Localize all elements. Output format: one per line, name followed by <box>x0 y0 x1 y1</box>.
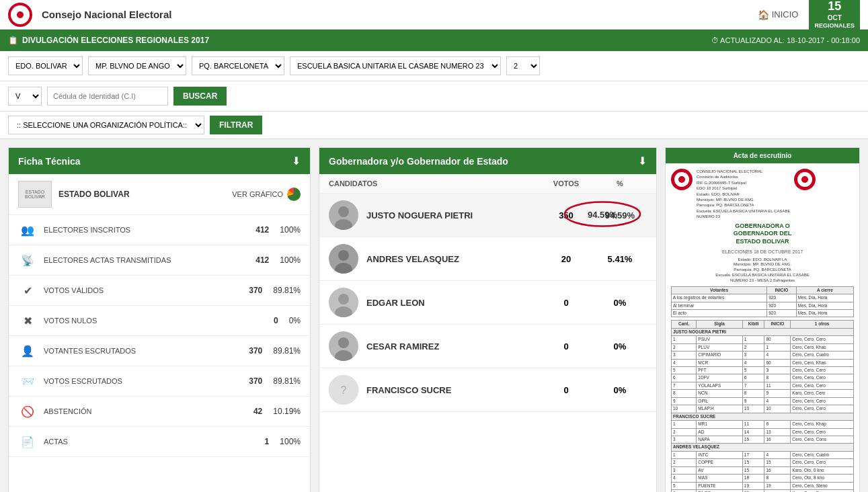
buscar-button[interactable]: BUSCAR <box>173 87 227 106</box>
votos-validos-icon: ✔ <box>18 281 37 300</box>
document-content: CONSEJO NACIONAL ELECTORAL Comisión de A… <box>666 163 859 492</box>
main-content: Ficha Técnica ⬇ ESTADOBOLIVAR ESTADO BOL… <box>0 139 868 492</box>
col-pct: % <box>593 179 647 188</box>
abstencion-label: ABSTENCIÓN <box>44 407 253 415</box>
actas-transmitidas-icon: 📡 <box>18 251 37 270</box>
candidate-row-cesar: CESAR RAMIREZ 0 0% <box>319 325 656 368</box>
inicio-label: INICIO <box>772 9 799 19</box>
gobernador-header: Gobernadora y/o Gobernador de Estado ⬇ <box>319 148 656 174</box>
estado-name: ESTADO BOLIVAR <box>58 190 130 199</box>
app-title: Consejo Nacional Electoral <box>42 9 171 20</box>
badge-day: 15 <box>814 0 855 14</box>
tipo-id-select[interactable]: V <box>8 87 42 106</box>
votos-escrutados-pct: 89.81% <box>273 376 301 386</box>
name-andres: ANDRES VELASQUEZ <box>366 254 539 264</box>
doc-election-sub: ELECCIONES 18 DE OCTUBRE 2017 <box>671 249 854 255</box>
candidatos-header: CANDIDATOS VOTOS % <box>319 174 656 194</box>
doc-cne-logo <box>671 169 693 190</box>
ficha-title: Ficha Técnica <box>18 156 81 167</box>
abstencion-icon: 🚫 <box>18 402 37 421</box>
abstencion-pct: 10.19% <box>273 407 301 416</box>
header-right: 🏠 INICIO 15 OCT REGIONALES <box>758 0 860 32</box>
doc-table-candidatos: Cant.SiglaKibiliINICIO1 otros JUSTO NOGU… <box>671 320 854 492</box>
avatar-francisco: ? <box>329 375 358 405</box>
top-bar-title: 📋 DIVULGACIÓN ELECCIONES REGIONALES 2017 <box>8 36 209 45</box>
abstencion-value: 42 <box>253 407 262 416</box>
stat-row-abstencion: 🚫 ABSTENCIÓN 42 10.19% <box>9 397 310 427</box>
avatar-edgar <box>329 288 358 317</box>
votantes-escrutados-pct: 89.81% <box>273 346 301 356</box>
stat-row-electores-inscritos: 👥 ELECTORES INSCRITOS 412 100% <box>9 215 310 245</box>
votos-validos-value: 370 <box>249 286 262 295</box>
actas-transmitidas-value: 412 <box>255 255 269 265</box>
pct-cesar: 0% <box>593 341 647 352</box>
org-row: :: SELECCIONE UNA ORGANIZACIÓN POLÍTICA:… <box>0 112 868 139</box>
name-justo: JUSTO NOGUERA PIETRI <box>366 210 539 220</box>
estado-select[interactable]: EDO. BOLIVAR <box>8 56 83 75</box>
svg-point-1 <box>338 206 349 217</box>
municipio-select[interactable]: MP. BLVNO DE ANGO <box>88 56 186 75</box>
votos-cesar: 0 <box>539 341 593 352</box>
electores-inscritos-pct: 100% <box>280 225 301 235</box>
name-edgar: EDGAR LEON <box>366 298 539 308</box>
actas-label: ACTAS <box>44 438 265 446</box>
avatar-justo <box>329 200 358 230</box>
actas-transmitidas-pct: 100% <box>280 255 301 265</box>
pct-edgar: 0% <box>593 298 647 308</box>
svg-text:?: ? <box>341 384 347 396</box>
badge-sub: REGIONALES <box>814 22 855 30</box>
header: Consejo Nacional Electoral 🏠 INICIO 15 O… <box>0 0 868 30</box>
name-cesar: CESAR RAMIREZ <box>366 341 539 352</box>
top-bar: 📋 DIVULGACIÓN ELECCIONES REGIONALES 2017… <box>0 30 868 51</box>
votos-nulos-icon: ✖ <box>18 311 37 330</box>
ficha-panel: Ficha Técnica ⬇ ESTADOBOLIVAR ESTADO BOL… <box>8 147 311 492</box>
actas-transmitidas-label: ELECTORES ACTAS TRANSMITIDAS <box>44 256 255 264</box>
votos-validos-pct: 89.81% <box>273 286 301 295</box>
stat-row-votos-validos: ✔ VOTOS VÁLIDOS 370 89.81% <box>9 276 310 306</box>
pct-andres: 5.41% <box>593 254 647 264</box>
parroquia-select[interactable]: PQ. BARCELONETA <box>192 56 284 75</box>
stat-row-actas: 📄 ACTAS 1 100% <box>9 427 310 457</box>
doc-header-bar: Acta de escrutinio <box>666 148 859 163</box>
pct-francisco: 0% <box>593 385 647 395</box>
stat-row-votantes-escrutados: 👤 VOTANTES ESCRUTADOS 370 89.81% <box>9 336 310 366</box>
escuela-select[interactable]: ESCUELA BASICA UNITARIA EL CASABE NUMERO… <box>290 56 501 75</box>
pie-chart-icon <box>287 188 301 201</box>
badge-month: OCT <box>814 14 855 22</box>
avatar-andres <box>329 244 358 274</box>
stat-row-votos-nulos: ✖ VOTOS NULOS 0 0% <box>9 306 310 336</box>
home-icon: 🏠 <box>758 9 769 20</box>
cedula-row: V BUSCAR <box>0 81 868 112</box>
actas-pct: 100% <box>280 437 301 446</box>
avatar-cesar <box>329 331 358 361</box>
electores-inscritos-value: 412 <box>255 225 269 235</box>
votos-escrutados-value: 370 <box>249 376 262 386</box>
doc-table-votos: VotantesINICIOA cierre A los registros d… <box>671 286 854 318</box>
doc-details-text: CONSEJO NACIONAL ELECTORAL Comisión de A… <box>697 169 790 220</box>
stat-row-votos-escrutados: 📨 VOTOS ESCRUTADOS 370 89.81% <box>9 366 310 397</box>
votos-francisco: 0 <box>539 385 593 395</box>
gobernador-download-icon[interactable]: ⬇ <box>638 155 647 167</box>
doc-location: Estado: EDO. BOLIVAR LA Municipio: MP. B… <box>671 257 854 284</box>
votos-validos-label: VOTOS VÁLIDOS <box>44 286 249 294</box>
cedula-input[interactable] <box>47 87 168 106</box>
org-select[interactable]: :: SELECCIONE UNA ORGANIZACIÓN POLÍTICA:… <box>8 116 204 134</box>
votantes-escrutados-value: 370 <box>249 346 262 356</box>
votos-escrutados-label: VOTOS ESCRUTADOS <box>44 377 249 385</box>
gobernador-panel: Gobernadora y/o Gobernador de Estado ⬇ C… <box>319 147 657 492</box>
candidate-row-francisco: ? FRANCISCO SUCRE 0 0% <box>319 368 656 412</box>
filtrar-button[interactable]: FILTRAR <box>210 116 262 134</box>
votos-andres: 20 <box>539 254 593 264</box>
inicio-link[interactable]: 🏠 INICIO <box>758 9 799 20</box>
votantes-escrutados-icon: 👤 <box>18 341 37 360</box>
topbar-label: DIVULGACIÓN ELECCIONES REGIONALES 2017 <box>22 36 209 45</box>
col-candidatos: CANDIDATOS <box>329 179 539 188</box>
mesa-select[interactable]: 2 <box>506 56 540 75</box>
candidate-row-justo: JUSTO NOGUERA PIETRI 350 94.59% 94.59% <box>319 194 656 237</box>
filter-row: EDO. BOLIVAR MP. BLVNO DE ANGO PQ. BARCE… <box>0 51 868 81</box>
ficha-download-icon[interactable]: ⬇ <box>292 155 301 167</box>
document-panel: Acta de escrutinio CONSEJO NACIONAL ELEC… <box>665 147 860 492</box>
name-francisco: FRANCISCO SUCRE <box>366 385 539 395</box>
ver-grafico-btn[interactable]: VER GRÁFICO <box>232 188 301 201</box>
candidate-row-edgar: EDGAR LEON 0 0% <box>319 281 656 325</box>
